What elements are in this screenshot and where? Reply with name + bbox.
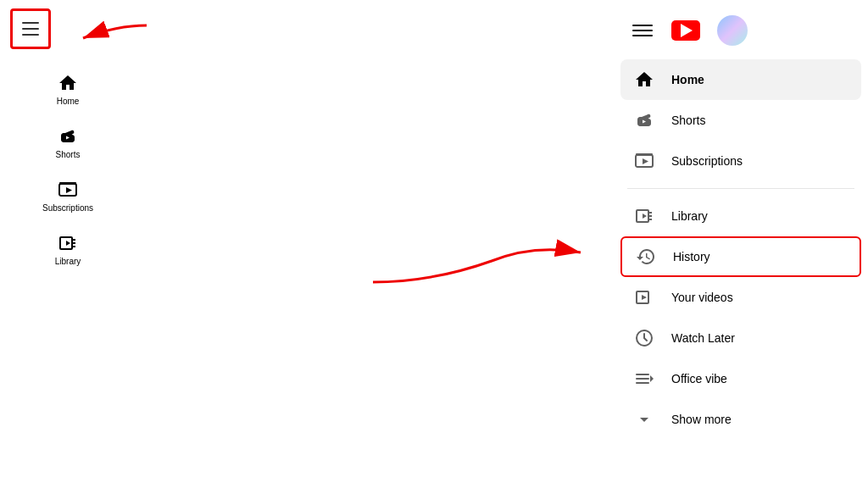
left-sidebar: Home Shorts Subscriptions [0, 0, 136, 488]
svg-rect-1 [59, 182, 76, 185]
history-menu-label: History [673, 250, 710, 263]
left-nav: Home Shorts Subscriptions [0, 58, 136, 273]
home-menu-icon [634, 69, 654, 90]
show-more-icon [634, 409, 654, 430]
sidebar-item-library[interactable]: Library [34, 226, 102, 273]
library-menu-icon [634, 206, 654, 226]
svg-marker-16 [643, 214, 647, 219]
shorts-menu-icon [634, 110, 654, 130]
watch-later-menu-icon [634, 328, 654, 348]
hamburger-icon [22, 22, 39, 36]
sidebar-library-label: Library [55, 257, 81, 266]
right-menu-item-library[interactable]: Library [620, 196, 861, 236]
right-menu-item-show-more[interactable]: Show more [620, 399, 861, 440]
office-vibe-menu-icon [634, 369, 654, 389]
library-menu-label: Library [671, 209, 708, 223]
right-header [614, 8, 868, 53]
sidebar-item-shorts[interactable]: Shorts [34, 119, 102, 166]
svg-rect-9 [632, 25, 653, 26]
sidebar-item-home[interactable]: Home [34, 66, 102, 113]
sidebar-subscriptions-label: Subscriptions [42, 203, 93, 213]
right-menu-item-subscriptions[interactable]: Subscriptions [620, 141, 861, 181]
subscriptions-menu-label: Subscriptions [671, 154, 743, 168]
home-menu-label: Home [671, 73, 704, 86]
user-avatar[interactable] [717, 15, 748, 46]
sidebar-shorts-label: Shorts [56, 150, 81, 159]
svg-marker-14 [643, 158, 648, 164]
youtube-logo-icon [671, 20, 700, 41]
svg-rect-13 [636, 153, 653, 156]
right-menu-item-office-vibe[interactable]: Office vibe [620, 358, 861, 399]
right-menu-group1: Home Shorts Subscriptions [614, 59, 868, 181]
shorts-icon [58, 126, 78, 147]
right-menu-item-shorts[interactable]: Shorts [620, 100, 861, 141]
right-menu-group2: Library History Your videos [614, 196, 868, 440]
your-videos-menu-label: Your videos [671, 291, 733, 304]
svg-marker-21 [642, 295, 647, 300]
shorts-menu-label: Shorts [671, 114, 705, 127]
svg-rect-11 [632, 35, 653, 36]
sidebar-item-subscriptions[interactable]: Subscriptions [34, 173, 102, 219]
home-icon [58, 73, 78, 93]
arrow-to-history [364, 227, 593, 295]
right-menu-item-history[interactable]: History [620, 236, 861, 277]
right-menu-item-home[interactable]: Home [620, 59, 861, 100]
subscriptions-menu-icon [634, 151, 654, 171]
svg-marker-26 [650, 375, 654, 382]
svg-marker-4 [66, 241, 70, 246]
svg-rect-10 [632, 30, 653, 31]
subscriptions-icon [58, 180, 78, 200]
hamburger-button[interactable] [10, 8, 51, 49]
history-menu-icon [636, 247, 656, 267]
library-icon [58, 233, 78, 253]
your-videos-menu-icon [634, 287, 654, 308]
divider-1 [627, 188, 854, 189]
hamburger-right-button[interactable] [627, 15, 658, 46]
watch-later-menu-label: Watch Later [671, 331, 735, 345]
show-more-label: Show more [671, 413, 732, 426]
office-vibe-menu-label: Office vibe [671, 372, 727, 385]
right-menu-item-your-videos[interactable]: Your videos [620, 277, 861, 318]
right-panel: Home Shorts Subscriptions [614, 0, 868, 488]
svg-marker-2 [66, 187, 72, 193]
sidebar-home-label: Home [57, 97, 80, 106]
right-menu-item-watch-later[interactable]: Watch Later [620, 318, 861, 358]
youtube-logo[interactable] [671, 20, 700, 41]
